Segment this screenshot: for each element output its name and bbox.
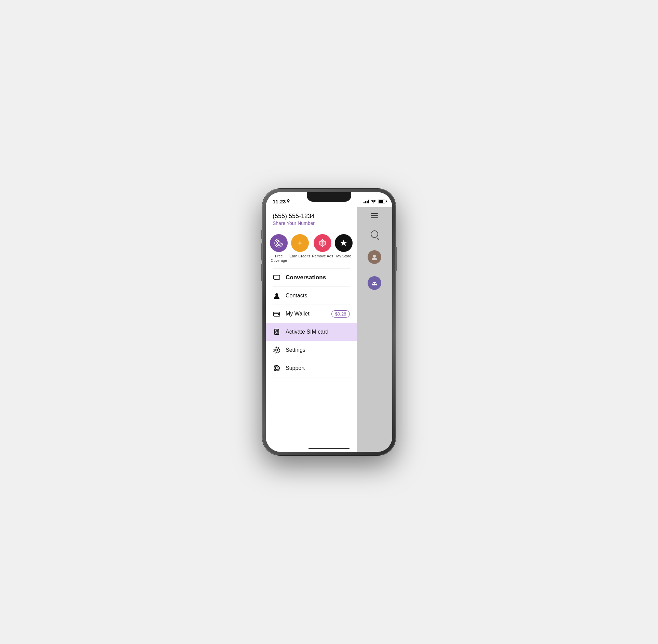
hamburger-menu-button[interactable] bbox=[357, 207, 392, 224]
quick-actions-row: Free Coverage Earn Credits bbox=[266, 230, 357, 268]
hamburger-icon bbox=[371, 213, 378, 218]
free-coverage-button[interactable]: Free Coverage bbox=[270, 234, 288, 263]
my-store-circle bbox=[335, 234, 353, 252]
svg-point-22 bbox=[373, 255, 376, 257]
svg-rect-8 bbox=[274, 275, 280, 279]
settings-label: Settings bbox=[286, 347, 305, 353]
mute-button bbox=[261, 230, 262, 239]
wifi-icon bbox=[371, 199, 376, 203]
menu-item-settings[interactable]: Settings bbox=[266, 341, 357, 359]
menu-item-conversations[interactable]: Conversations bbox=[266, 269, 357, 286]
contacts-icon bbox=[273, 292, 281, 300]
wallet-label: My Wallet bbox=[286, 311, 310, 317]
remove-ads-circle bbox=[314, 234, 331, 252]
svg-point-25 bbox=[375, 285, 376, 286]
remove-ads-label: Remove Ads bbox=[312, 254, 333, 258]
status-time: 11:23 bbox=[273, 199, 286, 204]
battery-icon bbox=[378, 200, 385, 203]
home-indicator bbox=[309, 448, 349, 449]
sparkle-icon bbox=[295, 238, 305, 248]
drawer-menu: (555) 555-1234 Share Your Number Free Co… bbox=[266, 192, 357, 452]
svg-rect-13 bbox=[276, 331, 278, 333]
avatar-icon bbox=[371, 253, 378, 261]
phone-frame: 11:23 bbox=[262, 189, 396, 455]
signal-bars bbox=[364, 199, 369, 203]
menu-item-activate-sim[interactable]: Activate SIM card bbox=[266, 323, 357, 341]
svg-point-24 bbox=[372, 285, 374, 286]
notch bbox=[307, 192, 351, 202]
menu-divider-6 bbox=[273, 377, 350, 377]
svg-rect-12 bbox=[275, 329, 279, 335]
location-icon bbox=[287, 199, 290, 203]
phone-screen: 11:23 bbox=[266, 192, 392, 452]
power-button bbox=[396, 247, 397, 271]
wallet-icon bbox=[273, 310, 281, 318]
svg-point-17 bbox=[275, 367, 278, 370]
svg-point-9 bbox=[275, 293, 278, 296]
menu-item-contacts[interactable]: Contacts bbox=[266, 287, 357, 305]
status-icons bbox=[364, 199, 386, 203]
sim-card-icon bbox=[273, 328, 281, 336]
svg-point-1 bbox=[276, 240, 282, 246]
svg-point-0 bbox=[277, 242, 280, 244]
free-coverage-circle bbox=[270, 234, 288, 252]
wallet-balance-badge: $0.28 bbox=[331, 310, 350, 318]
phone-number-display: (555) 555-1234 bbox=[273, 213, 350, 220]
support-label: Support bbox=[286, 365, 305, 371]
drawer-header: (555) 555-1234 Share Your Number bbox=[266, 207, 357, 230]
star-icon bbox=[339, 239, 348, 247]
svg-rect-27 bbox=[375, 283, 376, 284]
share-number-link[interactable]: Share Your Number bbox=[273, 220, 350, 226]
earn-credits-label: Earn Credits bbox=[289, 254, 310, 258]
avatar-button[interactable] bbox=[357, 244, 392, 270]
volume-down-button bbox=[261, 264, 262, 281]
support-icon bbox=[273, 364, 281, 372]
car-button[interactable] bbox=[357, 270, 392, 296]
conversations-icon bbox=[273, 273, 281, 282]
activate-sim-label: Activate SIM card bbox=[286, 329, 328, 335]
earn-credits-circle bbox=[291, 234, 309, 252]
svg-rect-11 bbox=[278, 314, 279, 315]
user-avatar bbox=[368, 250, 381, 264]
remove-ads-button[interactable]: Remove Ads bbox=[312, 234, 333, 263]
menu-item-support[interactable]: Support bbox=[266, 359, 357, 377]
search-icon bbox=[371, 230, 378, 238]
free-coverage-label: Free Coverage bbox=[271, 254, 287, 263]
menu-item-wallet[interactable]: My Wallet $0.28 bbox=[266, 305, 357, 323]
earn-credits-button[interactable]: Earn Credits bbox=[289, 234, 310, 263]
car-icon-circle bbox=[368, 276, 381, 290]
settings-icon bbox=[273, 346, 281, 354]
conversations-label: Conversations bbox=[286, 274, 326, 281]
my-store-label: My Store bbox=[336, 254, 351, 258]
right-panel bbox=[357, 192, 392, 452]
svg-point-15 bbox=[276, 349, 278, 351]
broadcast-icon bbox=[274, 238, 284, 248]
diamond-icon bbox=[318, 238, 327, 248]
volume-up-button bbox=[261, 243, 262, 260]
my-store-button[interactable]: My Store bbox=[335, 234, 353, 263]
svg-marker-7 bbox=[340, 240, 347, 246]
contacts-label: Contacts bbox=[286, 293, 307, 299]
svg-rect-26 bbox=[373, 283, 374, 284]
search-button[interactable] bbox=[357, 224, 392, 244]
car-icon bbox=[371, 279, 378, 287]
